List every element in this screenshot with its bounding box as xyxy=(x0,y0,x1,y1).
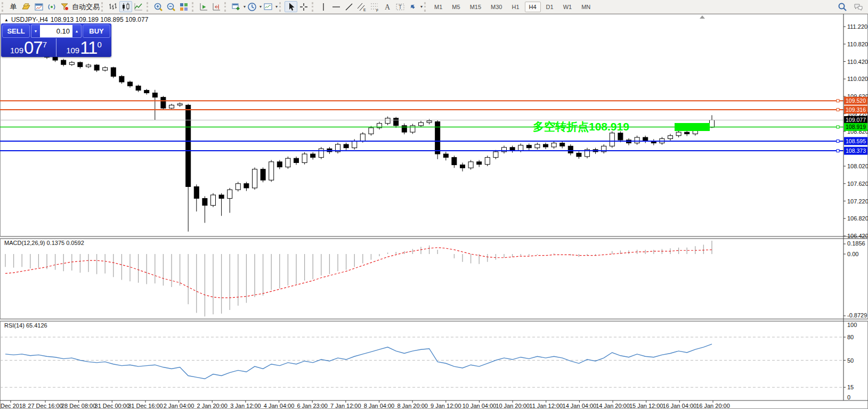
hline-handle[interactable] xyxy=(837,108,839,111)
text-label-icon: T xyxy=(395,2,405,12)
time-axis-label: 3 Jan 12:00 xyxy=(230,403,261,409)
rsi-level-label: 80 xyxy=(847,334,854,340)
text-label-icon[interactable]: T xyxy=(394,1,407,12)
timeframe-button-mn[interactable]: MN xyxy=(577,2,595,12)
volume-decrease-button[interactable]: ▼ xyxy=(31,25,40,37)
pivot-annotation[interactable]: 多空转折点108.919 xyxy=(533,120,629,133)
search-icon[interactable] xyxy=(836,1,849,12)
price-axis-label: 107.220 xyxy=(847,198,868,204)
hline-handle[interactable] xyxy=(837,100,839,102)
templates-icon[interactable] xyxy=(262,1,274,12)
timeframe-button-m15[interactable]: M15 xyxy=(466,2,485,12)
channel-icon[interactable]: E xyxy=(355,1,368,12)
new-chart-icon[interactable] xyxy=(230,1,242,12)
price-axis-label: 108.020 xyxy=(847,163,868,169)
price-axis-label: 110.420 xyxy=(847,59,868,65)
hline-handle[interactable] xyxy=(837,150,839,152)
autotrade-button[interactable] xyxy=(58,1,71,12)
time-axis-label: 14 Jan 20:00 xyxy=(596,403,630,409)
price-tag-text: 108.595 xyxy=(846,138,866,144)
svg-text:F: F xyxy=(376,9,378,12)
time-axis-label: 7 Dec 2018 xyxy=(0,403,26,409)
crosshair-icon xyxy=(298,2,309,12)
timeframe-button-h4[interactable]: H4 xyxy=(525,2,541,12)
bar-chart-icon[interactable] xyxy=(107,1,119,12)
hline-handle[interactable] xyxy=(837,126,839,128)
symbol-marker-icon: ▲ xyxy=(4,18,9,22)
rsi-scale-top: 100 xyxy=(847,322,857,328)
time-axis-label: 28 Dec 08:00 xyxy=(61,403,96,409)
chart-window-icon xyxy=(34,2,44,12)
rsi-label: RSI(14) 65.4126 xyxy=(4,322,47,329)
candlestick-icon[interactable] xyxy=(119,1,132,12)
line-chart-icon xyxy=(133,2,144,12)
zoom-in-icon[interactable] xyxy=(152,1,165,12)
tile-windows-icon xyxy=(179,2,189,12)
buy-price-prefix: 109 xyxy=(66,46,79,55)
vertical-line-icon[interactable] xyxy=(317,1,330,12)
rectangle-object[interactable] xyxy=(675,123,710,131)
buy-button[interactable]: BUY xyxy=(83,24,110,38)
cursor-icon[interactable] xyxy=(285,1,297,12)
new-chart-icon xyxy=(231,2,241,12)
trendline-icon[interactable] xyxy=(343,1,355,12)
time-axis-label: 16 Jan 20:00 xyxy=(696,403,730,409)
timeframe-button-w1[interactable]: W1 xyxy=(559,2,577,12)
chevron-down-icon[interactable]: ▾ xyxy=(275,4,278,9)
price-axis-label: 107.620 xyxy=(847,181,868,187)
timeframe-button-m5[interactable]: M5 xyxy=(448,2,464,12)
sell-button[interactable]: SELL xyxy=(2,24,30,38)
toolbar-group-handle[interactable] xyxy=(224,2,228,12)
trendline-icon xyxy=(344,2,354,12)
auto-scroll-icon[interactable] xyxy=(197,1,210,12)
timeframe-button-m1[interactable]: M1 xyxy=(430,2,447,12)
toolbar-group-handle[interactable] xyxy=(312,2,315,12)
chart-window-icon[interactable] xyxy=(33,1,45,12)
toolbar-group-handle[interactable] xyxy=(147,2,150,12)
chart-symbol-period: USDJPY-,H4 xyxy=(11,16,48,23)
hline-handle[interactable] xyxy=(837,140,839,142)
toolbar-group-handle[interactable] xyxy=(2,2,5,12)
buy-price-sup: 0 xyxy=(97,40,101,48)
new-order-button[interactable]: 单 xyxy=(7,1,20,12)
gold-icon[interactable] xyxy=(20,1,33,12)
volume-value[interactable]: 0.10 xyxy=(40,25,72,37)
chart-shift-icon[interactable] xyxy=(210,1,223,12)
text-icon[interactable]: A xyxy=(381,1,394,12)
time-axis-label: 10 Jan 04:00 xyxy=(463,403,497,409)
buy-price[interactable]: 109 11 0 xyxy=(56,38,111,56)
horizontal-line-icon xyxy=(331,2,342,12)
periods-icon[interactable] xyxy=(246,1,258,12)
zoom-out-icon[interactable] xyxy=(165,1,177,12)
autotrade-label[interactable]: 自动交易 xyxy=(72,2,100,12)
arrows-icon[interactable] xyxy=(407,1,419,12)
community-icon[interactable] xyxy=(852,1,865,12)
text-icon: A xyxy=(382,2,393,12)
volume-increase-button[interactable]: ▲ xyxy=(72,25,81,37)
timeframe-button-m30[interactable]: M30 xyxy=(486,2,506,12)
toolbar-group-handle[interactable] xyxy=(279,2,282,12)
svg-text:T: T xyxy=(399,4,402,10)
chevron-down-icon[interactable]: ▾ xyxy=(420,4,423,9)
timeframe-button-h1[interactable]: H1 xyxy=(507,2,523,12)
time-axis-label: 16 Jan 04:00 xyxy=(663,403,697,409)
toolbar-group-handle[interactable] xyxy=(101,2,104,12)
time-axis-label: 7 Jan 12:00 xyxy=(330,403,361,409)
crosshair-icon[interactable] xyxy=(297,1,310,12)
time-axis-label: 27 Dec 16:00 xyxy=(28,403,62,409)
auto-scroll-icon xyxy=(198,2,209,12)
line-chart-icon[interactable] xyxy=(132,1,145,12)
zoom-in-icon xyxy=(153,2,164,12)
toolbar-group-handle[interactable] xyxy=(424,2,427,12)
periods-icon xyxy=(247,2,257,12)
macd-scale-min: -0.8729 xyxy=(847,312,867,318)
tile-windows-icon[interactable] xyxy=(177,1,190,12)
price-axis-label: 106.420 xyxy=(847,233,868,239)
macd-scale-zero: 0.00 xyxy=(847,251,858,257)
horizontal-line-icon[interactable] xyxy=(330,1,343,12)
timeframe-button-d1[interactable]: D1 xyxy=(542,2,558,12)
toolbar-group-handle[interactable] xyxy=(192,2,195,12)
fibonacci-icon[interactable]: F xyxy=(368,1,381,12)
signal-icon[interactable] xyxy=(45,1,58,12)
sell-price[interactable]: 109 07 7 xyxy=(1,38,56,56)
